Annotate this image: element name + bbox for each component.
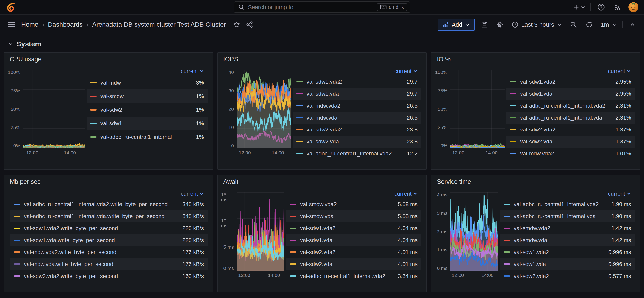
mega-menu-button[interactable] bbox=[6, 19, 18, 31]
legend-item[interactable]: val-adbc_ru-central1_internal.vda21.90 m… bbox=[500, 198, 635, 210]
breadcrumb-item[interactable]: Dashboards bbox=[48, 21, 83, 28]
legend-item[interactable]: val-smdw1% bbox=[86, 89, 208, 103]
legend-item[interactable]: val-sdw2.vda20.577 ms bbox=[500, 270, 635, 282]
legend: current val-sdw1.vda22.95%val-sdw1.vda2.… bbox=[504, 64, 635, 167]
row-section-system[interactable]: System bbox=[0, 35, 644, 51]
legend-item[interactable]: val-sdw2.vda24.01 ms bbox=[286, 246, 421, 258]
breadcrumb-item[interactable]: Home bbox=[21, 21, 38, 28]
x-axis-label: 14:00 bbox=[272, 150, 284, 155]
chevron-down-icon bbox=[8, 41, 13, 47]
time-series-chart[interactable]: 0 ms1 ms2 ms3 ms4 ms 12:0014:00 bbox=[434, 187, 498, 289]
time-range-picker[interactable]: Last 3 hours bbox=[510, 19, 564, 31]
x-axis: 12:0014:00 bbox=[23, 148, 85, 155]
legend-item[interactable]: val-adbc_ru-central1_internal.vda.write_… bbox=[10, 210, 208, 222]
legend-item[interactable]: val-sdw1.vda2.write_byte_per_second225 k… bbox=[10, 222, 208, 234]
share-button[interactable] bbox=[244, 19, 256, 31]
legend-item[interactable]: val-sdw21% bbox=[86, 103, 208, 117]
legend-sort-current[interactable]: current bbox=[181, 190, 208, 197]
zoom-out-time-button[interactable] bbox=[568, 19, 580, 31]
legend-item[interactable]: val-adbc_ru-central1_internal.vda2.31% bbox=[506, 112, 635, 124]
series-name: val-adbc_ru-central1_internal.vda2 bbox=[520, 103, 605, 109]
new-menu-button[interactable] bbox=[573, 4, 586, 11]
news-rss-button[interactable] bbox=[612, 1, 624, 13]
y-axis-label: 2 ms bbox=[437, 229, 448, 234]
legend-item[interactable]: val-sdw1.vda0.996 ms bbox=[500, 258, 635, 270]
legend-item[interactable]: val-sdw1.vda229.7 bbox=[293, 76, 421, 88]
legend-item[interactable]: val-mdw.vda21.01% bbox=[506, 148, 635, 160]
legend-item[interactable]: val-adbc_ru-central1_internal.vda2.write… bbox=[10, 198, 208, 210]
legend-item[interactable]: val-adbc_ru-central1_internal.vda22.31% bbox=[506, 100, 635, 112]
chart-canvas[interactable] bbox=[450, 192, 498, 270]
legend-item[interactable]: val-sdw1.vda29.7 bbox=[293, 88, 421, 100]
legend-item[interactable]: val-mdw.vda2.write_byte_per_second176 kB… bbox=[10, 246, 208, 258]
breadcrumb-item[interactable]: Arenadata DB system cluster Test ADB Clu… bbox=[92, 21, 226, 28]
chevron-down-icon bbox=[580, 5, 586, 10]
series-name: val-smdw bbox=[100, 93, 124, 100]
legend-item[interactable]: val-sdw2.vda1.37% bbox=[506, 136, 635, 148]
time-series-chart[interactable]: 010203040 12:0014:00 bbox=[221, 64, 291, 167]
x-axis-label: 14:00 bbox=[482, 272, 494, 278]
panel-title[interactable]: Await bbox=[218, 175, 426, 186]
legend-item[interactable]: val-sdw1.vda22.95% bbox=[506, 76, 635, 88]
time-series-chart[interactable]: 0 ms5 ms10 ms15 ms 12:0014:00 bbox=[221, 187, 284, 289]
legend-item[interactable]: val-sdw2.vda2.write_byte_per_second160 k… bbox=[10, 270, 208, 282]
grafana-logo[interactable] bbox=[6, 2, 16, 13]
chart-canvas[interactable] bbox=[236, 192, 284, 270]
legend-item[interactable]: val-sdw2.vda223.8 bbox=[293, 124, 421, 136]
dashboard-settings-button[interactable] bbox=[494, 19, 506, 31]
chart-canvas[interactable] bbox=[236, 70, 291, 148]
legend-sort-current[interactable]: current bbox=[394, 68, 421, 74]
legend-item[interactable]: val-sdw2.vda4.01 ms bbox=[286, 258, 421, 270]
legend-sort-current[interactable]: current bbox=[608, 190, 635, 197]
panel-title[interactable]: IO % bbox=[431, 53, 640, 63]
panel-title[interactable]: Service time bbox=[431, 175, 640, 186]
series-name: val-mdw.vda2 bbox=[306, 103, 340, 109]
legend-sort-current[interactable]: current bbox=[181, 68, 208, 74]
legend-item[interactable]: val-smdw.vda5.58 ms bbox=[286, 210, 421, 222]
x-axis-label: 14:00 bbox=[64, 150, 76, 155]
legend-item[interactable]: val-adbc_ru-central1_internal.vda1.90 ms bbox=[500, 210, 635, 222]
legend-sort-current[interactable]: current bbox=[394, 190, 421, 197]
legend-item[interactable]: val-smdw.vda21.42 ms bbox=[500, 222, 635, 234]
legend-sort-current[interactable]: current bbox=[608, 68, 635, 74]
legend-item[interactable]: val-sdw1.vda20.996 ms bbox=[500, 246, 635, 258]
panel-title[interactable]: IOPS bbox=[218, 53, 426, 63]
legend-item[interactable]: val-smdw.vda25.58 ms bbox=[286, 198, 421, 210]
legend-item[interactable]: val-smdw.vda1.42 ms bbox=[500, 234, 635, 246]
panel-title[interactable]: Mb per sec bbox=[4, 175, 213, 186]
series-current-value: 176 kB/s bbox=[182, 249, 204, 255]
user-avatar[interactable] bbox=[628, 2, 638, 12]
legend-item[interactable]: val-mdw.vda226.5 bbox=[293, 100, 421, 112]
panel-title[interactable]: CPU usage bbox=[4, 53, 213, 63]
time-series-chart[interactable]: 0%25%50%75%100% 12:0014:00 bbox=[434, 64, 504, 167]
help-button[interactable] bbox=[595, 1, 607, 13]
series-current-value: 23.8 bbox=[407, 126, 418, 133]
time-series-chart[interactable]: 0%25%50%75%100% 12:0014:00 bbox=[7, 64, 85, 167]
favorite-star-button[interactable] bbox=[230, 19, 242, 31]
series-name: val-mdw bbox=[100, 80, 121, 86]
y-axis-label: 0 ms bbox=[223, 266, 234, 270]
save-dashboard-button[interactable] bbox=[478, 19, 490, 31]
chart-canvas[interactable] bbox=[450, 70, 504, 148]
legend-item[interactable]: val-adbc_ru-central1_internal.vda23.34 m… bbox=[286, 270, 421, 282]
refresh-interval-picker[interactable]: 1m bbox=[599, 19, 619, 31]
legend-item[interactable]: val-mdw3% bbox=[86, 76, 208, 89]
legend-item[interactable]: val-sdw2.vda21.37% bbox=[506, 124, 635, 136]
legend-item[interactable]: val-sdw1.vda.write_byte_per_second225 kB… bbox=[10, 234, 208, 246]
legend-item[interactable]: val-sdw1.vda4.64 ms bbox=[286, 234, 421, 246]
legend-item[interactable]: val-adbc_ru-central1_internal1% bbox=[86, 130, 208, 144]
series-name: val-sdw1.vda bbox=[514, 261, 546, 267]
collapse-toolbar-button[interactable] bbox=[626, 19, 638, 31]
legend-item[interactable]: val-mdw.vda26.5 bbox=[293, 112, 421, 124]
legend-item[interactable]: val-sdw1.vda24.64 ms bbox=[286, 222, 421, 234]
add-panel-button[interactable]: Add bbox=[438, 19, 475, 31]
legend-item[interactable]: val-mdw.vda.write_byte_per_second176 kB/… bbox=[10, 258, 208, 270]
legend-item[interactable]: val-adbc_ru-central1_internal.vda212.2 bbox=[293, 148, 421, 160]
chart-canvas[interactable] bbox=[23, 70, 85, 148]
legend-item[interactable]: val-sdw11% bbox=[86, 117, 208, 130]
refresh-button[interactable] bbox=[583, 19, 595, 31]
legend-item[interactable]: val-sdw1.vda2.95% bbox=[506, 88, 635, 100]
legend-item[interactable]: val-sdw2.vda23.8 bbox=[293, 136, 421, 148]
search-input[interactable]: Search or jump to... cmd+k bbox=[234, 2, 410, 13]
series-name: val-sdw2.vda2 bbox=[300, 249, 335, 255]
